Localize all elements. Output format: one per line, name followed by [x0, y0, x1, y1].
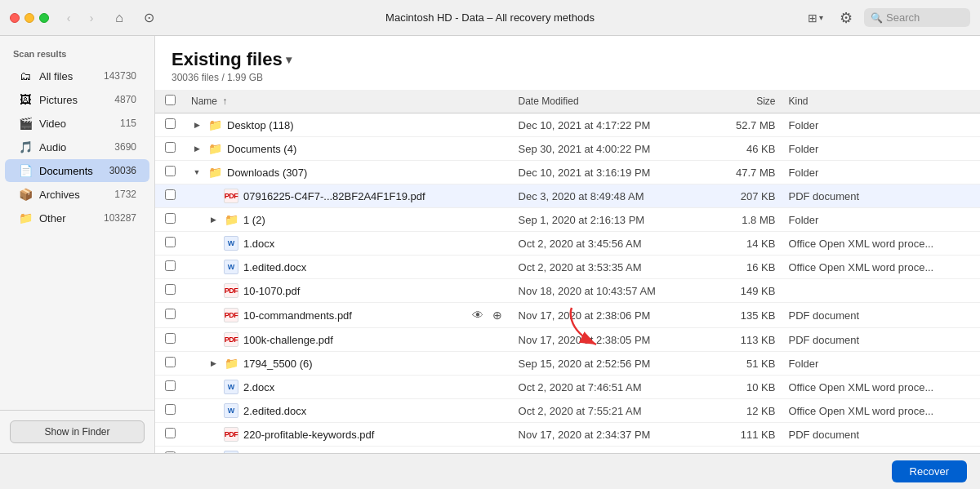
sidebar-item-count-archives: 1732 [114, 189, 136, 200]
row-checkbox[interactable] [165, 357, 176, 367]
file-name[interactable]: 100k-challenge.pdf [243, 334, 506, 346]
row-kind-cell [782, 279, 980, 303]
view-options-button[interactable]: ⊞ ▾ [803, 8, 828, 28]
file-name[interactable]: 2.docx [243, 381, 506, 393]
preview-icon[interactable]: 👁 [470, 307, 486, 323]
file-row-name: PDF 220-profitable-keywords.pdf [191, 427, 506, 442]
row-checkbox[interactable] [165, 237, 176, 247]
sidebar-item-other[interactable]: 📁 Other 103287 [5, 207, 149, 229]
name-column-header[interactable]: Name ↑ [185, 90, 512, 113]
sidebar-item-all-files[interactable]: 🗂 All files 143730 [5, 64, 149, 87]
file-name[interactable]: Desktop (118) [227, 119, 506, 131]
sidebar-item-archives[interactable]: 📦 Archives 1732 [5, 183, 149, 206]
row-kind-cell: Office Open XML word proce... [782, 447, 980, 454]
row-checkbox[interactable] [165, 213, 176, 224]
row-name-cell: PDF 220-profitable-keywords.pdf [185, 423, 512, 447]
row-kind-cell: Office Open XML word proce... [782, 399, 980, 423]
row-checkbox[interactable] [165, 333, 176, 344]
sidebar-item-label-video: Video [39, 118, 114, 130]
expand-button[interactable]: ▶ [207, 358, 219, 369]
row-size-cell: 135 KB [700, 303, 782, 328]
row-checkbox[interactable] [165, 404, 176, 415]
row-kind-cell: Office Open XML word proce... [782, 376, 980, 399]
maximize-button[interactable] [39, 13, 49, 23]
back-button[interactable]: ‹ [59, 8, 78, 28]
row-checkbox[interactable] [165, 309, 176, 319]
row-checkbox[interactable] [165, 166, 176, 176]
row-checkbox[interactable] [165, 142, 176, 153]
date-column-header[interactable]: Date Modified [512, 90, 701, 113]
file-count: 30036 files / 1.99 GB [172, 72, 964, 83]
close-button[interactable] [10, 13, 20, 23]
row-name-cell: PDF 10-commandments.pdf 👁 ⊕ [185, 303, 512, 328]
history-button[interactable]: ⊙ [137, 7, 160, 29]
file-name[interactable]: 1.docx [243, 238, 506, 250]
file-name[interactable]: 3.docx [243, 452, 506, 454]
collapse-button[interactable]: ▼ [191, 167, 203, 178]
row-kind-cell: Folder [782, 352, 980, 376]
file-name[interactable]: 10-1070.pdf [243, 285, 506, 297]
file-name[interactable]: Downloads (307) [227, 167, 506, 179]
sidebar-item-documents[interactable]: 📄 Documents 30036 [5, 159, 149, 182]
table-row: ▶ 📁 Desktop (118) Dec 10, 2021 at 4:17:2… [155, 113, 980, 137]
sidebar-item-video[interactable]: 🎬 Video 115 [5, 112, 149, 135]
table-row: PDF 220-profitable-keywords.pdf Nov 17, … [155, 423, 980, 447]
folder-icon: 📁 [224, 356, 238, 371]
file-row-name: ▶ 📁 1794_5500 (6) [191, 356, 506, 371]
content-area: Existing files ▾ 30036 files / 1.99 GB N… [155, 36, 980, 453]
row-checkbox[interactable] [165, 380, 176, 391]
home-button[interactable]: ⌂ [108, 7, 131, 29]
pdf-icon: PDF [224, 189, 238, 203]
file-name[interactable]: Documents (4) [227, 143, 506, 155]
minimize-button[interactable] [24, 13, 34, 23]
audio-icon: 🎵 [18, 140, 33, 154]
sidebar-item-count-pictures: 4870 [114, 94, 136, 105]
expand-button[interactable]: ▶ [191, 119, 203, 131]
row-checkbox[interactable] [165, 118, 176, 129]
recover-button[interactable]: Recover [892, 460, 967, 482]
row-checkbox-cell [155, 113, 185, 137]
title-dropdown-arrow[interactable]: ▾ [286, 53, 292, 66]
row-checkbox-cell [155, 447, 185, 454]
pdf-icon: PDF [224, 308, 238, 322]
show-in-finder-button[interactable]: Show in Finder [10, 420, 145, 443]
file-row-name: W 2.docx [191, 380, 506, 394]
row-checkbox[interactable] [165, 428, 176, 438]
archives-icon: 📦 [18, 187, 33, 202]
filter-button[interactable]: ⚙ [835, 6, 858, 30]
table-row: W 3.docx Oct 4, 2020 at 9:19:58 AM 10 KB… [155, 447, 980, 454]
size-column-header[interactable]: Size [700, 90, 782, 113]
row-size-cell: 1.8 MB [700, 208, 782, 232]
file-name[interactable]: 07916225-C4F7-...82BF2A4F1F19.pdf [243, 190, 506, 202]
row-checkbox[interactable] [165, 284, 176, 295]
row-checkbox[interactable] [165, 451, 176, 453]
file-row-name: W 1.docx [191, 236, 506, 251]
row-checkbox[interactable] [165, 260, 176, 271]
row-checkbox-cell [155, 184, 185, 208]
sidebar-item-pictures[interactable]: 🖼 Pictures 4870 [5, 88, 149, 111]
file-name[interactable]: 1.edited.docx [243, 261, 506, 273]
row-date-cell: Dec 10, 2021 at 3:16:19 PM [512, 161, 701, 184]
expand-button[interactable]: ▶ [191, 143, 203, 154]
file-name[interactable]: 1 (2) [243, 214, 506, 226]
sort-arrow-icon: ↑ [222, 96, 227, 107]
select-all-checkbox[interactable] [165, 95, 176, 105]
add-icon[interactable]: ⊕ [489, 307, 506, 323]
file-table-container[interactable]: Name ↑ Date Modified Size Kind ▶ [155, 90, 980, 453]
sidebar-item-audio[interactable]: 🎵 Audio 3690 [5, 136, 149, 158]
view-grid-icon: ⊞ [808, 11, 817, 24]
file-name[interactable]: 220-profitable-keywords.pdf [243, 429, 506, 441]
file-name[interactable]: 1794_5500 (6) [243, 358, 506, 370]
forward-button[interactable]: › [82, 8, 101, 28]
search-input[interactable] [886, 11, 960, 24]
video-icon: 🎬 [18, 116, 33, 131]
expand-button[interactable]: ▶ [207, 214, 219, 225]
row-kind-cell: Office Open XML word proce... [782, 256, 980, 279]
row-size-cell: 10 KB [700, 376, 782, 399]
file-name[interactable]: 10-commandments.pdf [243, 309, 461, 322]
row-checkbox[interactable] [165, 189, 176, 200]
kind-column-header[interactable]: Kind [782, 90, 980, 113]
view-dropdown-icon: ▾ [819, 13, 823, 22]
file-name[interactable]: 2.edited.docx [243, 405, 506, 417]
row-name-cell: ▶ 📁 Documents (4) [185, 137, 512, 161]
